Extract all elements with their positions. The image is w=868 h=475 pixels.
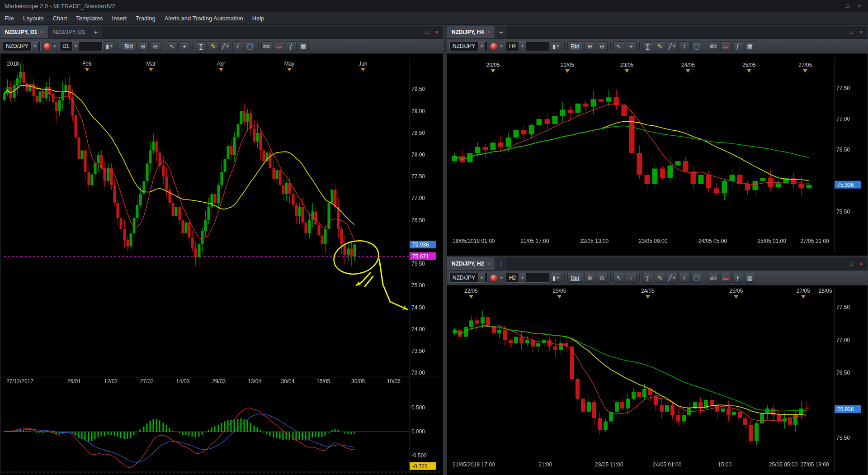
symbol-select[interactable]: NZD/JPY▼ [449, 41, 487, 51]
chevron-down-icon: ▼ [672, 276, 676, 280]
tab-h2[interactable]: NZD/JPY, H2× [447, 257, 495, 270]
chevron-down-icon: ▼ [519, 273, 526, 282]
h2-chart-canvas[interactable] [447, 285, 868, 475]
bid-button[interactable]: Bid [121, 41, 137, 51]
maximize-button[interactable]: □ [843, 2, 853, 10]
crosshair-tool-icon[interactable]: + [626, 41, 637, 51]
zoom-in-icon[interactable]: ⊕ [585, 41, 595, 51]
tab-close-icon[interactable]: × [487, 29, 490, 35]
grid-icon[interactable]: ▦ [745, 273, 755, 283]
zoom-in-icon[interactable]: ⊕ [138, 41, 149, 51]
line-tools-button[interactable]: ╱▼ [220, 41, 231, 51]
menu-item-templates[interactable]: Templates [71, 12, 107, 24]
menu-item-layouts[interactable]: Layouts [19, 12, 48, 24]
ellipse-tool-icon[interactable]: ◯ [245, 41, 255, 51]
pointer-tool-icon[interactable]: ↖ [167, 41, 178, 51]
ellipse-tool-icon[interactable]: ◯ [691, 273, 702, 283]
vertical-splitter[interactable] [443, 25, 447, 475]
ellipse-tool-icon[interactable]: ◯ [691, 41, 702, 51]
eraser-tool-icon[interactable]: ▬ [720, 273, 731, 283]
tab-bar-h2: NZD/JPY, H2×+ □× [447, 257, 868, 271]
zoom-out-icon[interactable]: ⊖ [597, 273, 608, 283]
text-tool-icon[interactable]: abc [708, 273, 719, 283]
grid-icon[interactable]: ▦ [298, 41, 309, 51]
period-select[interactable]: H2▼ [506, 273, 549, 283]
bid-button-glyph: Bid [571, 43, 580, 50]
close-button[interactable]: × [854, 2, 864, 10]
indicators-icon[interactable]: ƒ [732, 273, 743, 283]
zoom-out-icon[interactable]: ⊖ [597, 41, 608, 51]
menu-item-alerts-and-trading-automation[interactable]: Alerts and Trading Automation [160, 12, 248, 24]
zoom-in-icon[interactable]: ⊕ [585, 273, 595, 283]
chart-panel-d1: NZD/JPY, D1×NZD/JPY, D1+ □× NZD/JPY▼▼D1▼… [0, 25, 443, 475]
zoom-out-icon[interactable]: ⊖ [150, 41, 161, 51]
symbol-select[interactable]: NZD/JPY▼ [449, 273, 487, 283]
maximize-panel-button[interactable]: □ [848, 29, 855, 35]
chart-style-button[interactable]: ▮▼ [551, 41, 561, 51]
ellipse-tool-icon-glyph: ◯ [246, 43, 253, 50]
trendline-tool-icon[interactable]: / [679, 273, 690, 283]
indicators-icon[interactable]: ƒ [732, 41, 743, 51]
eraser-tool-icon-glyph: ▬ [722, 275, 728, 281]
chart-style-button[interactable]: ▮▼ [104, 41, 115, 51]
pencil-tool-icon[interactable]: ✎ [655, 41, 665, 51]
chart-style-button[interactable]: ▮▼ [551, 273, 561, 283]
close-panel-button[interactable]: × [433, 29, 440, 35]
horizontal-splitter[interactable] [447, 256, 868, 257]
chart-style-button-glyph: ▮ [106, 43, 109, 50]
text-tool-icon[interactable]: abc [261, 41, 272, 51]
autoscale-icon[interactable]: ∑ [642, 273, 653, 283]
menu-item-chart[interactable]: Chart [48, 12, 72, 24]
bid-button[interactable]: Bid [567, 41, 583, 51]
line-tools-button[interactable]: ╱▼ [667, 41, 678, 51]
zoom-out-icon-glyph: ⊖ [599, 43, 604, 50]
tab-close-icon[interactable]: × [40, 29, 43, 35]
tab-h4[interactable]: NZD/JPY, H4× [447, 26, 495, 38]
h4-chart-canvas[interactable] [447, 54, 868, 256]
menu-item-trading[interactable]: Trading [131, 12, 160, 24]
line-tools-button[interactable]: ╱▼ [667, 273, 678, 283]
autoscale-icon[interactable]: ∑ [196, 41, 207, 51]
close-panel-button[interactable]: × [858, 261, 865, 267]
text-tool-icon[interactable]: abc [708, 41, 719, 51]
autoscale-icon[interactable]: ∑ [642, 41, 653, 51]
period-select[interactable]: D1▼ [59, 41, 103, 51]
symbol-select[interactable]: NZD/JPY▼ [3, 41, 41, 51]
trendline-tool-icon[interactable]: / [679, 41, 690, 51]
bid-button[interactable]: Bid [567, 273, 583, 283]
pencil-tool-icon[interactable]: ✎ [655, 273, 665, 283]
grid-icon-glyph: ▦ [747, 43, 753, 50]
chart-panel-h4: NZD/JPY, H4×+ □× NZD/JPY▼▼H4▼▮▼Bid⊕⊖↖+∑✎… [447, 25, 868, 256]
maximize-panel-button[interactable]: □ [423, 29, 430, 35]
symbol-select-value: NZD/JPY [450, 43, 478, 49]
toolbar-h2: NZD/JPY▼▼H2▼▮▼Bid⊕⊖↖+∑✎╱▼/◯abc▬ƒ▦ [447, 271, 868, 285]
pointer-tool-icon[interactable]: ↖ [613, 41, 624, 51]
indicators-icon[interactable]: ƒ [286, 41, 297, 51]
trendline-tool-icon[interactable]: / [232, 41, 243, 51]
new-tab-button[interactable]: + [495, 26, 507, 38]
menu-item-file[interactable]: File [0, 12, 19, 24]
grid-icon[interactable]: ▦ [745, 41, 755, 51]
crosshair-tool-icon[interactable]: + [179, 41, 190, 51]
crosshair-tool-icon[interactable]: + [626, 273, 637, 283]
close-panel-button[interactable]: × [858, 29, 865, 35]
pointer-tool-icon-glyph: ↖ [616, 43, 621, 50]
pencil-tool-icon[interactable]: ✎ [208, 41, 219, 51]
tab-d1[interactable]: NZD/JPY, D1 [48, 26, 90, 38]
eraser-tool-icon[interactable]: ▬ [274, 41, 284, 51]
trendline-tool-icon-glyph: / [684, 275, 685, 281]
tab-d1[interactable]: NZD/JPY, D1× [0, 26, 48, 38]
d1-chart-canvas[interactable] [0, 54, 443, 475]
new-tab-button[interactable]: + [495, 257, 507, 270]
menu-item-help[interactable]: Help [248, 12, 269, 24]
pointer-tool-icon[interactable]: ↖ [613, 273, 624, 283]
maximize-panel-button[interactable]: □ [848, 261, 855, 267]
zoom-in-icon-glyph: ⊕ [141, 43, 146, 50]
new-tab-button[interactable]: + [90, 26, 102, 38]
menu-item-insert[interactable]: Insert [108, 12, 132, 24]
eraser-tool-icon[interactable]: ▬ [720, 41, 731, 51]
toolbar-separator [564, 274, 565, 282]
period-select[interactable]: H4▼ [506, 41, 549, 51]
minimize-button[interactable]: – [831, 2, 841, 10]
tab-close-icon[interactable]: × [487, 261, 490, 267]
